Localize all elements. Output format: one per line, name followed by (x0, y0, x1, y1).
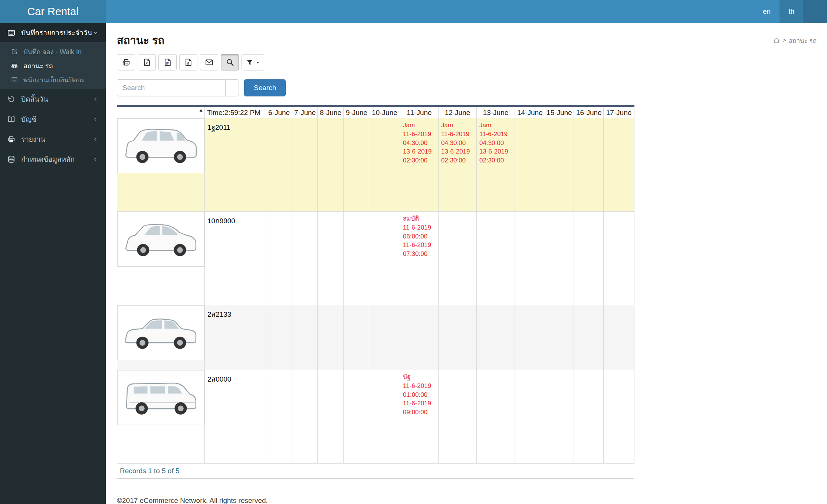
email-button[interactable] (200, 54, 218, 70)
vehicle-plate: 10ก9900 (205, 212, 266, 230)
booking-end: 13-6-201902:30:00 (479, 147, 512, 165)
export-excel-button[interactable]: x (138, 54, 156, 70)
lang-th-link[interactable]: th (780, 0, 803, 23)
export-word-button[interactable]: w (158, 54, 177, 70)
date-column-header[interactable]: 10-June (369, 106, 400, 118)
calendar-slot (574, 370, 604, 464)
date-column-header[interactable]: 15-June (544, 106, 574, 118)
calendar-slot (266, 370, 292, 464)
table-row[interactable]: 1ฐ2011Jam11-6-201904:30:0013-6-201902:30… (117, 118, 634, 212)
brand-logo[interactable]: Car Rental (0, 0, 106, 23)
sidebar-item-daily-records[interactable]: บันทึกรายการประจำวัน (0, 23, 106, 42)
copyright-text: ©2017 eCommerce Network. All rights rese… (117, 497, 268, 504)
search-button[interactable]: Search (244, 79, 286, 96)
sidebar-subitem-label: สถานะ รถ (23, 60, 99, 71)
svg-text:w: w (166, 61, 169, 65)
car-status-grid: ▲Time:2:59:22 PM6-June7-June8-June9-June… (106, 96, 827, 479)
printer-icon (122, 58, 130, 66)
sidebar-subitem-walk-in-booking[interactable]: บันทึก จอง - Walk In (0, 45, 106, 59)
date-column-header[interactable]: 14-June (515, 106, 544, 118)
print-button[interactable] (117, 54, 135, 70)
breadcrumb: > สถานะ รถ (773, 36, 817, 46)
sidebar-item-accounting[interactable]: บัญชี (0, 109, 106, 129)
sidebar-subitem-cashier-close-shift[interactable]: พนักงานเก็บเงินปิดกะ (0, 73, 106, 87)
vehicle-photo-cell (117, 370, 205, 464)
chevron-left-icon (93, 157, 98, 162)
date-column-header[interactable]: 9-June (344, 106, 369, 118)
calendar-slot (369, 305, 400, 370)
booking-start-date: 11-6-2019 (403, 130, 436, 139)
image-column-header[interactable]: ▲ (117, 106, 205, 118)
booking-end-date: 13-6-2019 (441, 147, 474, 156)
time-column-header[interactable]: Time:2:59:22 PM (205, 106, 266, 118)
vehicle-plate-cell: 2ส2133 (205, 305, 266, 370)
home-icon[interactable] (773, 37, 780, 44)
export-text-button[interactable]: a (179, 54, 197, 70)
booking-start: 11-6-201904:30:00 (441, 130, 474, 148)
table-row[interactable]: 2ส2133 (117, 305, 634, 370)
date-column-header[interactable]: 16-June (574, 106, 604, 118)
search-field-dropdown[interactable] (225, 79, 239, 96)
calendar-slot (515, 305, 544, 370)
chevron-left-icon (93, 136, 98, 142)
date-column-header[interactable]: 11-June (400, 106, 439, 118)
vehicle-photo (117, 212, 204, 267)
sort-asc-icon[interactable]: ▲ (198, 107, 203, 113)
booking-start-date: 11-6-2019 (479, 130, 512, 139)
calendar-slot (344, 212, 369, 305)
booking-entry[interactable]: นัฐ11-6-201901:00:0011-6-201909:00:00 (400, 370, 438, 421)
booking-end-date: 13-6-2019 (403, 147, 436, 156)
table-row[interactable]: 2ส0000นัฐ11-6-201901:00:0011-6-201909:00… (117, 370, 634, 464)
sidebar-item-label: บันทึกรายการประจำวัน (21, 27, 93, 38)
calendar-slot (477, 370, 515, 464)
filter-icon (246, 58, 254, 66)
status-table: ▲Time:2:59:22 PM6-June7-June8-June9-June… (117, 105, 634, 464)
calendar-slot (292, 305, 318, 370)
calendar-slot: Jam11-6-201904:30:0013-6-201902:30:00 (477, 118, 515, 212)
sidebar-toggle-button[interactable] (106, 0, 129, 23)
calendar-slot (292, 370, 318, 464)
search-input[interactable] (117, 79, 225, 96)
navbar-right: en th (754, 0, 827, 23)
journal-icon (7, 29, 17, 37)
sidebar-subitem-car-status[interactable]: สถานะ รถ (0, 59, 106, 73)
booking-end: 13-6-201902:30:00 (403, 147, 436, 165)
date-column-header[interactable]: 8-June (318, 106, 344, 118)
date-column-header[interactable]: 6-June (266, 106, 292, 118)
calendar-slot (318, 370, 344, 464)
booking-entry[interactable]: Jam11-6-201904:30:0013-6-201902:30:00 (477, 118, 515, 169)
date-column-header[interactable]: 13-June (477, 106, 515, 118)
calendar-slot (477, 305, 515, 370)
sidebar-subitem-label: พนักงานเก็บเงินปิดกะ (23, 75, 99, 85)
booking-entry[interactable]: สมบัติ11-6-201906:00:0011-6-201907:30:00 (400, 212, 438, 263)
calendar-slot (604, 212, 634, 305)
date-column-header[interactable]: 12-June (439, 106, 477, 118)
calendar-slot (344, 118, 369, 212)
filter-button[interactable] (242, 54, 264, 70)
booking-entry[interactable]: Jam11-6-201904:30:0013-6-201902:30:00 (439, 118, 476, 169)
booking-entry[interactable]: Jam11-6-201904:30:0013-6-201902:30:00 (400, 118, 438, 169)
calendar-slot (574, 118, 604, 212)
date-column-header[interactable]: 7-June (292, 106, 318, 118)
vehicle-plate: 2ส0000 (205, 370, 266, 388)
booking-start-date: 11-6-2019 (403, 382, 436, 391)
calendar-slot (369, 118, 400, 212)
register-icon (11, 76, 20, 83)
breadcrumb-separator: > (782, 37, 786, 44)
calendar-slot (604, 370, 634, 464)
caret-down-icon (255, 60, 260, 65)
sidebar-subitem-label: บันทึก จอง - Walk In (23, 46, 99, 57)
calendar-slot (544, 212, 574, 305)
calendar-slot (318, 118, 344, 212)
lang-en-link[interactable]: en (754, 0, 780, 23)
date-column-header[interactable]: 17-June (604, 106, 634, 118)
booking-customer-name: นัฐ (403, 373, 436, 382)
sidebar-item-reports[interactable]: รายงาน (0, 129, 106, 149)
doc-w-icon: w (164, 58, 172, 66)
table-row[interactable]: 10ก9900สมบัติ11-6-201906:00:0011-6-20190… (117, 212, 634, 305)
toggle-search-button[interactable] (221, 54, 239, 70)
user-menu-button[interactable] (803, 0, 827, 23)
booking-customer-name: Jam (403, 121, 436, 130)
sidebar-item-master-data[interactable]: กำหนดข้อมูลหลัก (0, 149, 106, 169)
sidebar-item-end-of-day[interactable]: ปิดสิ้นวัน (0, 89, 106, 109)
